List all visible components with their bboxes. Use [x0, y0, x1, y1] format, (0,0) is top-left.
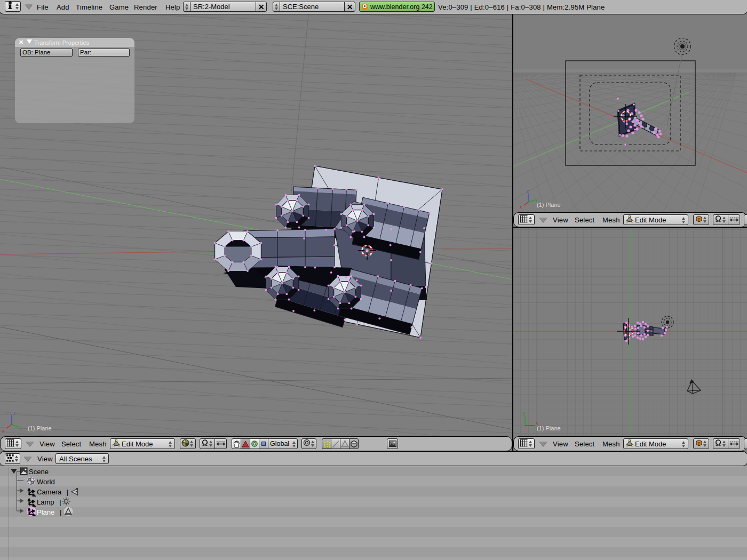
svg-text:y: y: [20, 425, 22, 430]
svg-text:z: z: [13, 410, 16, 415]
svg-text:y: y: [523, 411, 526, 416]
svg-text:z: z: [527, 188, 529, 194]
svg-text:x: x: [520, 204, 522, 210]
svg-text:x: x: [2, 428, 5, 434]
svg-text:(1) Plane: (1) Plane: [537, 202, 561, 208]
svg-text:(1) Plane: (1) Plane: [537, 425, 561, 431]
svg-text:(1) Plane: (1) Plane: [28, 425, 52, 431]
